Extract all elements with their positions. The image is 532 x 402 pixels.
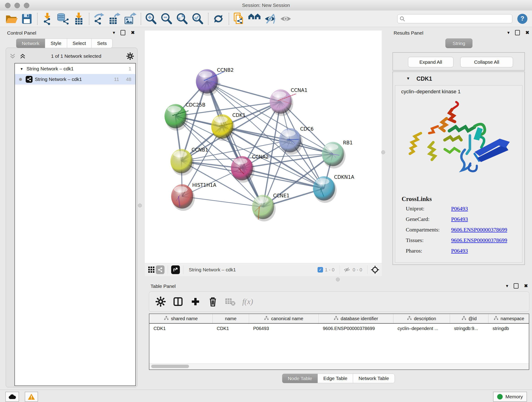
network-node-CCNA1[interactable]: CCNA1 — [270, 88, 307, 116]
results-panel-menu-icon[interactable]: ▾ — [507, 30, 510, 35]
results-panel-float-icon[interactable] — [515, 30, 520, 35]
bottom-splitter-handle[interactable] — [336, 278, 340, 281]
warning-status-button[interactable] — [25, 392, 38, 402]
network-row-selected[interactable]: String Network – cdk1 11 48 — [15, 74, 135, 85]
tab-sets[interactable]: Sets — [92, 38, 113, 48]
import-network-from-database-icon[interactable] — [56, 12, 70, 26]
network-node-CCNB2[interactable]: CCNB2 — [196, 67, 234, 96]
hide-selected-icon[interactable] — [264, 12, 277, 26]
collapse-all-networks-icon[interactable] — [9, 53, 16, 59]
crosslink-link[interactable]: P06493 — [451, 248, 468, 254]
results-tab-string[interactable]: String — [445, 38, 472, 48]
table-options-gear-icon[interactable] — [155, 296, 167, 307]
save-session-icon[interactable] — [20, 12, 33, 26]
column-header-description[interactable]: description — [393, 314, 450, 323]
column-header-namespace[interactable]: namespace — [488, 314, 529, 323]
results-panel-close-icon[interactable]: ✖ — [525, 30, 529, 35]
toolbar-separator — [37, 13, 38, 25]
network-edges[interactable] — [176, 81, 333, 207]
import-table-from-file-icon[interactable] — [72, 12, 85, 26]
table-cell[interactable]: P06493 — [249, 326, 319, 331]
network-node-CCNA2[interactable]: CCNA2 — [231, 154, 269, 183]
new-network-from-selection-icon[interactable] — [232, 12, 246, 26]
table-cell[interactable]: CDK1 — [213, 326, 249, 331]
selected-items-checkbox[interactable]: ✓ — [317, 267, 323, 273]
open-session-icon[interactable] — [5, 12, 18, 26]
network-node-CDKN1A[interactable]: CDKN1A — [313, 174, 355, 203]
network-node-CCNE1[interactable]: CCNE1 — [252, 193, 290, 221]
network-node-CDK1[interactable]: CDK1 — [211, 113, 246, 141]
zoom-fit-selected-icon[interactable] — [191, 12, 204, 26]
search-input[interactable] — [397, 14, 512, 23]
crosslink-link[interactable]: 9606.ENSP00000378699 — [451, 237, 507, 243]
crosslink-link[interactable]: 9606.ENSP00000378699 — [451, 227, 507, 233]
network-node-CDC6[interactable]: CDC6 — [279, 126, 314, 155]
tab-edge-table[interactable]: Edge Table — [318, 374, 353, 383]
birds-eye-view-icon[interactable] — [371, 265, 380, 274]
right-splitter-handle[interactable] — [381, 150, 385, 154]
table-panel-close-icon[interactable]: ✖ — [524, 283, 528, 288]
tab-node-table[interactable]: Node Table — [282, 374, 318, 383]
export-image-icon[interactable] — [124, 12, 137, 26]
network-node-count: 11 — [114, 77, 119, 82]
expand-all-networks-icon[interactable] — [19, 53, 26, 59]
zoom-fit-content-icon[interactable] — [176, 12, 189, 26]
table-panel-float-icon[interactable] — [514, 283, 519, 288]
minimize-window-button[interactable] — [14, 3, 20, 8]
network-column-icon — [264, 316, 269, 322]
network-node-HIST1H1A[interactable]: HIST1H1A — [171, 182, 216, 211]
column-header-name[interactable]: name — [213, 314, 249, 323]
column-header-@id[interactable]: @id — [450, 314, 488, 323]
memory-button[interactable]: Memory — [493, 392, 527, 402]
table-cell[interactable]: cyclin–dependent ... — [393, 326, 450, 331]
network-options-gear-icon[interactable] — [126, 52, 134, 60]
control-panel-menu-icon[interactable]: ▾ — [113, 30, 115, 35]
table-row[interactable]: CDK1CDK1P064939606.ENSP00000378699cyclin… — [149, 324, 529, 333]
table-panel-menu-icon[interactable]: ▾ — [506, 283, 508, 288]
tab-network-table[interactable]: Network Table — [353, 374, 395, 383]
help-button[interactable]: ? — [517, 14, 527, 24]
scrollbar-thumb[interactable] — [151, 365, 189, 368]
network-collection-row[interactable]: ▼ String Network – cdk1 1 — [15, 64, 135, 74]
tab-select[interactable]: Select — [67, 38, 92, 48]
cloud-status-button[interactable] — [5, 392, 19, 402]
control-panel-float-icon[interactable] — [120, 30, 125, 35]
node-label-CCNB1: CCNB1 — [191, 147, 208, 153]
collapse-all-button[interactable]: Collapse All — [460, 57, 513, 67]
show-neighbors-icon[interactable] — [248, 12, 261, 26]
grid-view-icon[interactable] — [147, 265, 156, 274]
table-horizontal-scrollbar[interactable] — [149, 363, 529, 370]
export-table-icon[interactable] — [108, 12, 121, 26]
apply-preferred-layout-icon[interactable] — [212, 12, 225, 26]
tab-style[interactable]: Style — [45, 38, 67, 48]
left-splitter-handle[interactable] — [138, 204, 142, 207]
crosslink-row: Tissues:9606.ENSP00000378699 — [406, 237, 507, 243]
create-column-icon[interactable] — [190, 296, 201, 307]
delete-column-icon[interactable] — [207, 296, 219, 307]
table-cell[interactable]: stringdb:9... — [450, 326, 488, 331]
network-canvas[interactable]: CCNB2 CCNA1 CDC25B CDK1 — [145, 31, 382, 263]
protein-collapse-icon[interactable]: ▼ — [393, 76, 417, 81]
table-cell[interactable]: CDK1 — [149, 326, 213, 331]
network-node-RB1[interactable]: RB1 — [322, 140, 353, 168]
detach-view-icon[interactable] — [171, 265, 180, 274]
export-network-icon[interactable] — [93, 12, 106, 26]
zoom-out-icon[interactable] — [160, 12, 173, 26]
column-header-database-identifier[interactable]: database identifier — [319, 314, 393, 323]
expand-all-button[interactable]: Expand All — [408, 57, 453, 67]
maximize-window-button[interactable] — [24, 3, 29, 8]
import-network-from-file-icon[interactable] — [41, 12, 54, 26]
column-header-shared-name[interactable]: shared name — [149, 314, 213, 323]
table-cell[interactable]: 9606.ENSP00000378699 — [319, 326, 393, 331]
close-window-button[interactable] — [5, 3, 11, 8]
crosslink-link[interactable]: P06493 — [451, 206, 468, 211]
tab-network[interactable]: Network — [16, 38, 45, 48]
control-panel-close-icon[interactable]: ✖ — [131, 30, 135, 35]
column-header-canonical-name[interactable]: canonical name — [249, 314, 319, 323]
show-columns-icon[interactable] — [172, 296, 184, 307]
table-cell[interactable]: stringdb — [488, 326, 529, 331]
crosslink-link[interactable]: P06493 — [451, 216, 468, 222]
zoom-in-icon[interactable] — [144, 12, 158, 26]
crosslinks-title: CrossLinks — [402, 196, 432, 203]
collection-expand-icon[interactable]: ▼ — [15, 67, 27, 71]
